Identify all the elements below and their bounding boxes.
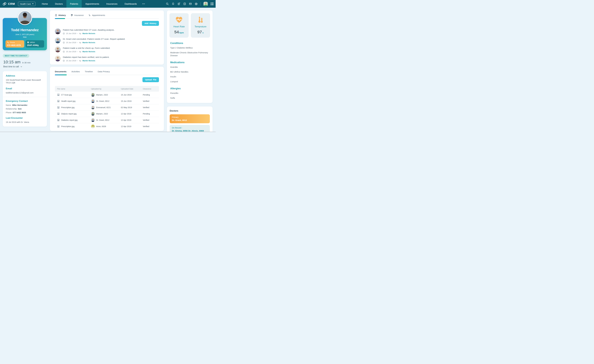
table-row[interactable]: Prescription.jpg Anne, 6326 12 Apr 2019 … bbox=[55, 123, 159, 129]
uploaded-date: 15 Jun 2019 bbox=[121, 94, 143, 96]
table-row[interactable]: CT Scan.jpg Mariam, 2322 15 Jun 2019 Pen… bbox=[55, 92, 159, 98]
primary-doctor-label: Primary bbox=[172, 116, 208, 118]
nav-item-appointments[interactable]: Appointments bbox=[82, 0, 103, 8]
org-selector-dropdown[interactable]: Health Care bbox=[18, 2, 35, 6]
clock-icon bbox=[63, 60, 65, 62]
address-heading: Address bbox=[6, 74, 44, 77]
tab-data-privacy-label: Data Privacy bbox=[98, 70, 110, 73]
patient-name: Todd Hernandez bbox=[6, 28, 44, 32]
medication-item: BD Ultrfine Needles bbox=[170, 71, 209, 73]
tab-insurance[interactable]: Insurance bbox=[71, 14, 84, 16]
uploader-avatar bbox=[91, 99, 95, 103]
history-item-author-link[interactable]: Martin Nichols bbox=[82, 51, 95, 53]
nav-item-patients[interactable]: Patients bbox=[66, 0, 82, 8]
tab-underline-track bbox=[55, 75, 159, 75]
org-selector-label: Health Care bbox=[20, 3, 31, 5]
brand-name: CRM bbox=[8, 2, 15, 6]
history-item-text: Diabetes report has been verified, sent … bbox=[63, 56, 109, 58]
tab-documents-label: Documents bbox=[55, 70, 66, 73]
add-history-button[interactable]: Add History bbox=[142, 21, 159, 26]
on-record-doctors-card[interactable]: On Record - Dr. Emma, 0056 Dr. Alexis, 0… bbox=[170, 125, 210, 132]
tab-appointments[interactable]: Appointments bbox=[88, 14, 105, 16]
file-name: Dialysis report.jpg bbox=[61, 113, 76, 115]
file-name: Health report.jpg bbox=[61, 100, 75, 102]
file-name: Prescription.jpg bbox=[61, 106, 74, 109]
clearance-status: Verified bbox=[143, 100, 157, 102]
image-file-icon bbox=[57, 100, 60, 102]
crm-logo-icon bbox=[2, 2, 7, 6]
history-item-author-link[interactable]: Martin Nichols bbox=[82, 33, 95, 34]
nav-menu: Home Doctors Patients Appointments Insur… bbox=[38, 0, 147, 8]
best-time-value: 10:15 am bbox=[3, 60, 20, 64]
table-row[interactable]: Prescription.jpg Emmanuel, 8221 02 May 2… bbox=[55, 104, 159, 111]
history-item-date: 15 Jun 2019 bbox=[66, 33, 76, 34]
table-row[interactable]: Dialysis report.jpg Mariam, 2322 12 Apr … bbox=[55, 111, 159, 117]
nav-item-doctors[interactable]: Doctors bbox=[51, 0, 66, 8]
history-item: Dr. Grant visit concluded. Patient needs… bbox=[50, 36, 164, 45]
heart-rate-value: 54 bbox=[174, 30, 179, 34]
mrn-value: 25AF-A5Wg bbox=[27, 44, 43, 46]
nav-item-insurances[interactable]: Insurances bbox=[103, 0, 121, 8]
stopwatch-icon bbox=[55, 14, 57, 16]
bell-icon[interactable] bbox=[172, 2, 175, 5]
mrn-badge[interactable]: MRN# 25AF-A5Wg bbox=[26, 40, 44, 47]
primary-doctor-card[interactable]: Primary Dr. Grant, 0012 bbox=[170, 114, 210, 123]
patient-gender: Male bbox=[6, 36, 44, 38]
chevron-down-icon bbox=[32, 3, 34, 4]
history-item-avatar bbox=[55, 28, 61, 34]
history-item-author-link[interactable]: Martin Nichols bbox=[82, 60, 95, 62]
tab-activities[interactable]: Activities bbox=[71, 70, 80, 73]
history-item-avatar bbox=[55, 38, 61, 43]
documents-tabs: Documents Activities Timeline Data Priva… bbox=[50, 70, 164, 75]
history-tabs: History Insurance bbox=[50, 14, 164, 18]
mail-icon[interactable] bbox=[189, 2, 192, 5]
nav-overflow-menu[interactable] bbox=[140, 0, 147, 8]
dot-separator bbox=[77, 33, 78, 34]
uploader-avatar bbox=[91, 125, 95, 128]
tab-history[interactable]: History bbox=[55, 14, 66, 16]
uploader-name: Mariam, 2322 bbox=[96, 113, 108, 115]
settings-gear-icon[interactable] bbox=[195, 2, 198, 5]
clock-icon bbox=[63, 33, 65, 34]
table-row[interactable]: Diabetes report.jpg Dr. Grant, 0012 12 A… bbox=[55, 117, 159, 123]
patient-sidebar: Todd Hernandez June 2, 1972 (63 years) M… bbox=[3, 10, 47, 132]
user-avatar[interactable] bbox=[203, 2, 208, 6]
add-note-icon[interactable] bbox=[177, 2, 180, 5]
search-icon[interactable] bbox=[166, 2, 169, 5]
tab-timeline[interactable]: Timeline bbox=[85, 70, 93, 73]
dot-separator bbox=[77, 51, 78, 52]
upload-file-button[interactable]: Upload File bbox=[142, 77, 159, 82]
tab-history-label: History bbox=[58, 14, 66, 16]
emergency-contact-heading: Emergency Contact bbox=[6, 100, 44, 103]
active-tab-underline bbox=[55, 18, 65, 19]
history-item-author-link[interactable]: Martin Nichols bbox=[82, 41, 95, 44]
window-bottom-edge bbox=[0, 132, 216, 132]
file-name: Diabetes report.jpg bbox=[61, 119, 77, 121]
nav-item-home[interactable]: Home bbox=[38, 0, 51, 8]
best-time-dropdown[interactable]: Best time to call bbox=[3, 66, 47, 68]
tab-documents[interactable]: Documents bbox=[55, 70, 66, 73]
condition-item: Moderate Chronic Obstructive Pulmonary D… bbox=[170, 51, 209, 57]
heart-pulse-icon bbox=[27, 41, 29, 43]
doctors-card: Doctors Primary Dr. Grant, 0012 On Recor… bbox=[167, 106, 213, 132]
address-value: 103 Souterhead Road Lower Boscawell TR19… bbox=[6, 79, 44, 84]
allergy-item: Sulfa bbox=[170, 97, 209, 99]
chair-icon bbox=[88, 14, 91, 16]
table-row[interactable]: Health report.jpg Dr. Grant, 0012 15 Jun… bbox=[55, 98, 159, 104]
page-content: Todd Hernandez June 2, 1972 (63 years) M… bbox=[0, 8, 216, 132]
clearance-status: Verified bbox=[143, 119, 157, 121]
by-label: by bbox=[79, 60, 81, 62]
tab-data-privacy[interactable]: Data Privacy bbox=[98, 70, 110, 73]
top-nav: CRM Health Care Home Doctors Patients Ap… bbox=[0, 0, 216, 8]
tab-activities-label: Activities bbox=[71, 70, 80, 73]
nav-utilities bbox=[166, 0, 213, 8]
uploader-name: Anne, 6326 bbox=[96, 125, 106, 127]
nav-item-dashboards[interactable]: Dashboards bbox=[121, 0, 140, 8]
phone-badge[interactable]: Phone 070 4820 4376 bbox=[6, 40, 24, 47]
calendar-icon[interactable] bbox=[183, 2, 186, 5]
apps-icon[interactable] bbox=[211, 2, 213, 5]
brand[interactable]: CRM bbox=[2, 0, 15, 8]
column-uploaded-date: Uploaded Date bbox=[121, 88, 143, 90]
clock-icon bbox=[63, 42, 65, 44]
emergency-name-value: Mike Hernandez bbox=[12, 104, 27, 106]
